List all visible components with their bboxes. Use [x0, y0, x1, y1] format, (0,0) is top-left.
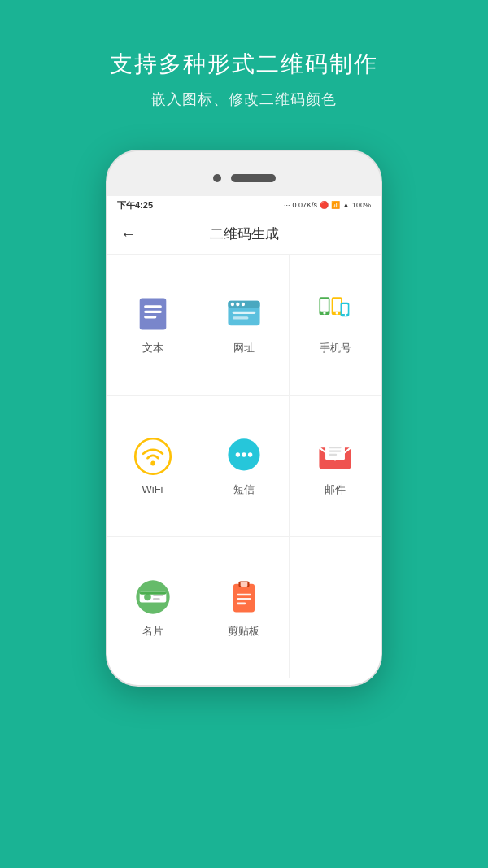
status-right: ··· 0.07K/s 🔴 📶 ▲ 100% [284, 201, 371, 209]
svg-point-25 [247, 452, 251, 456]
mail-icon [315, 435, 355, 476]
grid-item-url[interactable]: 网址 [198, 255, 290, 396]
card-icon [133, 577, 173, 617]
svg-rect-29 [329, 450, 341, 451]
phone-screen: 下午4:25 ··· 0.07K/s 🔴 📶 ▲ 100% ← 二维码生成 [107, 196, 381, 678]
svg-rect-34 [153, 594, 163, 595]
wifi-icon: ▲ [342, 201, 350, 209]
wifi-label: WiFi [142, 483, 163, 495]
svg-point-23 [235, 452, 239, 456]
camera-dot [213, 174, 221, 182]
svg-rect-3 [144, 316, 156, 319]
svg-point-16 [336, 312, 338, 315]
phone-wrapper: 下午4:25 ··· 0.07K/s 🔴 📶 ▲ 100% ← 二维码生成 [106, 150, 382, 687]
hero-subtitle: 嵌入图标、修改二维码颜色 [110, 89, 378, 109]
page-title: 二维码生成 [210, 225, 279, 243]
svg-rect-0 [139, 299, 166, 330]
qr-type-grid: 文本 网址 [107, 255, 381, 678]
back-button[interactable]: ← [120, 225, 137, 243]
svg-rect-41 [237, 598, 251, 600]
wifi-icon-wrapper [133, 436, 173, 477]
svg-point-24 [242, 452, 246, 456]
app-header: ← 二维码生成 [107, 214, 381, 255]
svg-rect-9 [232, 312, 255, 314]
text-icon [133, 294, 173, 334]
grid-item-text[interactable]: 文本 [107, 255, 198, 396]
card-label: 名片 [142, 624, 163, 639]
svg-rect-42 [237, 602, 246, 604]
svg-rect-12 [320, 299, 329, 312]
phone-icon [315, 294, 355, 334]
network-speed: 0.07K/s [293, 201, 318, 209]
clipboard-icon [224, 577, 264, 617]
svg-point-13 [323, 312, 325, 315]
speaker-bar [231, 174, 276, 182]
grid-item-wifi[interactable]: WiFi [107, 396, 198, 538]
svg-rect-36 [139, 591, 166, 594]
battery-percent: 100% [352, 201, 371, 209]
text-label: 文本 [142, 341, 163, 355]
bluetooth-icon: 🔴 [320, 201, 329, 209]
svg-point-7 [236, 303, 239, 306]
svg-rect-40 [237, 593, 251, 595]
mail-label: 邮件 [325, 482, 346, 497]
svg-rect-30 [329, 454, 337, 456]
grid-item-sms[interactable]: 短信 [198, 396, 290, 538]
svg-rect-18 [342, 304, 348, 314]
phone-top-bar [107, 151, 381, 196]
svg-rect-15 [333, 299, 341, 312]
svg-point-8 [241, 303, 244, 306]
svg-rect-35 [153, 598, 160, 600]
grid-item-clipboard[interactable]: 剪贴板 [198, 537, 290, 678]
phone-label: 手机号 [320, 341, 351, 355]
status-time: 下午4:25 [117, 199, 153, 212]
phone-bottom [107, 678, 381, 685]
grid-item-empty [290, 537, 381, 678]
sms-icon [224, 435, 264, 476]
grid-item-phone[interactable]: 手机号 [290, 255, 381, 396]
status-bar: 下午4:25 ··· 0.07K/s 🔴 📶 ▲ 100% [107, 196, 381, 214]
url-label: 网址 [233, 341, 255, 355]
svg-point-6 [230, 303, 233, 306]
svg-rect-39 [240, 582, 247, 586]
svg-point-33 [144, 593, 151, 600]
svg-rect-2 [144, 311, 162, 313]
phone-outer: 下午4:25 ··· 0.07K/s 🔴 📶 ▲ 100% ← 二维码生成 [106, 150, 382, 687]
svg-rect-10 [232, 317, 248, 320]
svg-point-21 [150, 461, 155, 465]
url-icon [224, 294, 264, 334]
hero-section: 支持多种形式二维码制作 嵌入图标、修改二维码颜色 [110, 49, 378, 109]
signal-bars: 📶 [331, 201, 340, 209]
svg-rect-28 [329, 447, 341, 448]
grid-item-mail[interactable]: 邮件 [290, 396, 381, 538]
svg-rect-1 [144, 305, 162, 308]
signal-dots: ··· [284, 201, 290, 209]
grid-item-card[interactable]: 名片 [107, 537, 198, 678]
svg-point-19 [345, 314, 347, 316]
sms-label: 短信 [233, 482, 255, 497]
clipboard-label: 剪贴板 [228, 624, 259, 639]
hero-title: 支持多种形式二维码制作 [110, 49, 378, 80]
